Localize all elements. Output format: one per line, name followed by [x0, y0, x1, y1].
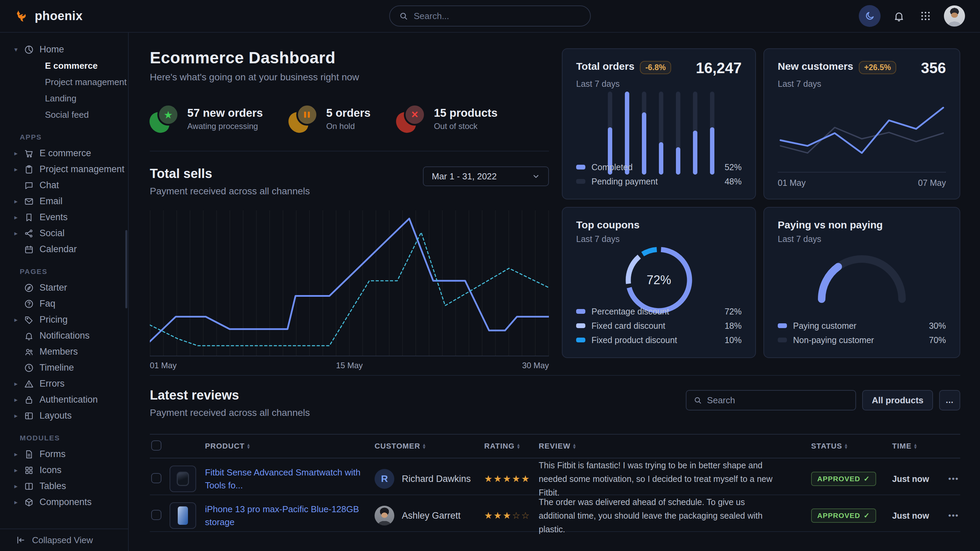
all-products-button[interactable]: All products [862, 390, 933, 410]
sidebar-item-components[interactable]: ▸Components [0, 494, 128, 510]
sidebar-item-members[interactable]: Members [0, 344, 128, 360]
legend-row: Percentage discount72% [576, 304, 741, 319]
reviews-title: Latest reviews [150, 388, 310, 403]
sidebar-item-events[interactable]: ▸Events [0, 209, 128, 225]
sidebar-item-social[interactable]: ▸Social [0, 225, 128, 241]
legend-row: Fixed card discount18% [576, 319, 741, 333]
legend-value: 18% [725, 321, 741, 331]
stat-value: 15 products [434, 106, 498, 119]
main-content: Ecommerce Dashboard Here's what's going … [129, 33, 980, 551]
check-icon: ✓ [864, 511, 870, 520]
card-value: 356 [921, 60, 946, 76]
theme-toggle-button[interactable] [859, 5, 881, 27]
reviews-table: PRODUCT▴▾CUSTOMER▴▾RATING▴▾REVIEW▴▾STATU… [150, 434, 960, 551]
notifications-button[interactable] [891, 8, 907, 24]
caret-down-icon: ▾ [14, 46, 24, 54]
sidebar-item-errors[interactable]: ▸Errors [0, 376, 128, 392]
row-checkbox[interactable] [151, 473, 161, 483]
sidebar-item-home[interactable]: ▾Home [0, 41, 128, 57]
status-badge: APPROVED✓ [811, 472, 876, 486]
sidebar-item-label: E commerce [40, 148, 91, 159]
column-header-review[interactable]: REVIEW▴▾ [539, 442, 811, 451]
sidebar-item-tables[interactable]: ▸Tables [0, 478, 128, 494]
card-title: Paying vs non paying [778, 219, 883, 231]
caret-right-icon: ▸ [14, 229, 24, 237]
more-options-button[interactable]: ... [939, 390, 960, 410]
pie-icon [24, 44, 40, 55]
axis-label: 30 May [522, 361, 549, 370]
sidebar-item-authentication[interactable]: ▸Authentication [0, 392, 128, 408]
legend-swatch [778, 323, 787, 328]
mail-icon [24, 196, 40, 206]
customer-avatar [375, 506, 394, 526]
lock-icon [24, 395, 40, 405]
sidebar-item-faq[interactable]: Faq [0, 296, 128, 312]
sidebar-subitem-social-feed[interactable]: Social feed [0, 106, 128, 123]
sidebar-item-label: Authentication [40, 394, 98, 405]
product-link[interactable]: iPhone 13 pro max-Pacific Blue-128GB sto… [205, 504, 359, 527]
total-sells-subtitle: Payment received across all channels [150, 186, 310, 197]
column-header-customer[interactable]: CUSTOMER▴▾ [375, 442, 484, 451]
sidebar-item-icons[interactable]: ▸Icons [0, 462, 128, 478]
sidebar-item-label: Social [40, 228, 65, 238]
column-label: CUSTOMER [375, 442, 420, 451]
stat-blob-icon: ★ [150, 104, 180, 134]
sidebar-item-label: Calendar [40, 244, 77, 254]
row-actions-button[interactable]: ••• [948, 474, 959, 483]
row-actions-button[interactable]: ••• [948, 511, 959, 520]
legend-label: Fixed product discount [592, 335, 677, 345]
column-header-product[interactable]: PRODUCT▴▾ [205, 442, 375, 451]
select-all-checkbox[interactable] [151, 440, 161, 451]
top-coupons-card: Top coupons Last 7 days 72% Percentage d… [562, 207, 756, 358]
product-link[interactable]: Fitbit Sense Advanced Smartwatch with To… [205, 467, 361, 491]
paying-gauge-chart [778, 244, 946, 308]
axis-label: 01 May [778, 178, 806, 188]
product-image[interactable] [170, 465, 196, 492]
date-range-select[interactable]: Mar 1 - 31, 2022 [423, 167, 549, 186]
reviews-search[interactable] [686, 390, 856, 410]
sidebar-item-project-management[interactable]: ▸Project management [0, 161, 128, 177]
caret-right-icon: ▸ [14, 149, 24, 157]
sidebar-item-timeline[interactable]: Timeline [0, 360, 128, 376]
stats-row: ★57 new ordersAwating processing5 orders… [150, 104, 549, 151]
caret-right-icon: ▸ [14, 450, 24, 458]
sidebar-item-pricing[interactable]: ▸Pricing [0, 312, 128, 328]
search-icon [399, 11, 408, 21]
sidebar-item-calendar[interactable]: Calendar [0, 241, 128, 257]
collapse-icon [16, 535, 26, 545]
sidebar-item-e-commerce[interactable]: ▸E commerce [0, 145, 128, 161]
stat-caption: On hold [326, 122, 371, 131]
date-range-value: Mar 1 - 31, 2022 [432, 171, 497, 182]
sidebar-subitem-e-commerce[interactable]: E commerce [0, 57, 128, 74]
review-time: Just now [892, 511, 929, 520]
collapsed-view-toggle[interactable]: Collapsed View [0, 529, 128, 551]
legend-swatch [778, 338, 787, 342]
column-header-rating[interactable]: RATING▴▾ [484, 442, 539, 451]
sidebar-item-starter[interactable]: Starter [0, 280, 128, 296]
product-image[interactable] [170, 502, 196, 529]
column-header-time[interactable]: TIME▴▾ [892, 442, 942, 451]
sidebar-item-email[interactable]: ▸Email [0, 193, 128, 209]
legend-label: Percentage discount [592, 306, 669, 316]
apps-menu-button[interactable] [917, 8, 934, 24]
user-avatar[interactable] [944, 5, 965, 27]
sidebar-subitem-project-management[interactable]: Project management [0, 74, 128, 90]
sidebar-item-chat[interactable]: Chat [0, 177, 128, 193]
legend-label: Paying customer [793, 321, 856, 331]
row-checkbox[interactable] [151, 510, 161, 520]
sidebar-item-layouts[interactable]: ▸Layouts [0, 408, 128, 424]
sidebar-item-notifications[interactable]: Notifications [0, 328, 128, 344]
sidebar-item-label: Chat [40, 180, 59, 191]
sidebar-scrollbar[interactable] [125, 230, 127, 308]
navbar-search-input[interactable] [414, 11, 581, 21]
sidebar-item-forms[interactable]: ▸Forms [0, 446, 128, 462]
chat-icon [24, 180, 40, 191]
legend-swatch [576, 323, 585, 328]
logo[interactable]: phoenix [15, 8, 83, 24]
sidebar-subitem-landing[interactable]: Landing [0, 90, 128, 106]
axis-label: 07 May [918, 178, 946, 188]
reviews-search-input[interactable] [707, 395, 849, 406]
column-header-status[interactable]: STATUS▴▾ [811, 442, 892, 451]
navbar-search[interactable] [389, 5, 591, 27]
cart-icon [24, 148, 40, 159]
